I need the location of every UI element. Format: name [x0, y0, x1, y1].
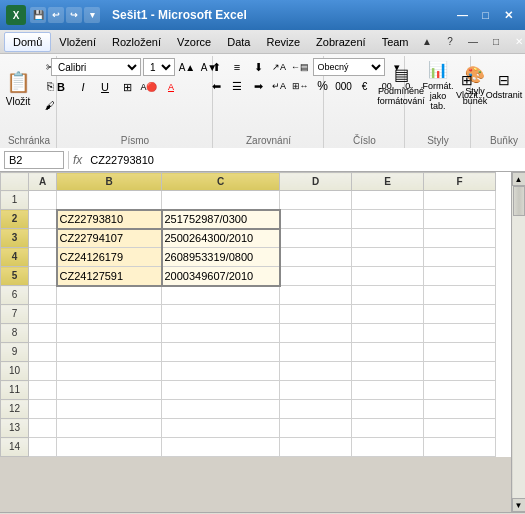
- cell-e5[interactable]: [352, 267, 424, 286]
- save-qa-button[interactable]: 💾: [30, 7, 46, 23]
- font-color-button[interactable]: A: [161, 78, 181, 96]
- merge-button[interactable]: ⊞↔: [290, 77, 310, 95]
- col-header-f[interactable]: F: [424, 173, 496, 191]
- cell-d6[interactable]: [280, 286, 352, 305]
- cell-e11[interactable]: [352, 381, 424, 400]
- cell-b12[interactable]: [57, 400, 162, 419]
- menu-layout[interactable]: Rozložení: [104, 32, 169, 52]
- cell-f14[interactable]: [424, 438, 496, 457]
- cell-c6[interactable]: [162, 286, 280, 305]
- cell-d12[interactable]: [280, 400, 352, 419]
- cell-c13[interactable]: [162, 419, 280, 438]
- cell-c14[interactable]: [162, 438, 280, 457]
- redo-qa-button[interactable]: ↪: [66, 7, 82, 23]
- cell-d1[interactable]: [280, 191, 352, 210]
- cell-a1[interactable]: [29, 191, 57, 210]
- col-header-e[interactable]: E: [352, 173, 424, 191]
- indent-dec-button[interactable]: ←▤: [290, 58, 310, 76]
- formula-input[interactable]: [86, 151, 521, 169]
- align-middle-button[interactable]: ≡: [227, 58, 247, 76]
- cell-d2[interactable]: [280, 210, 352, 229]
- cell-e8[interactable]: [352, 324, 424, 343]
- cell-b1[interactable]: [57, 191, 162, 210]
- thousands-button[interactable]: 000: [334, 77, 354, 95]
- cell-e3[interactable]: [352, 229, 424, 248]
- cell-f10[interactable]: [424, 362, 496, 381]
- cell-a9[interactable]: [29, 343, 57, 362]
- cell-d7[interactable]: [280, 305, 352, 324]
- align-right-button[interactable]: ➡: [248, 77, 268, 95]
- menu-insert[interactable]: Vložení: [51, 32, 104, 52]
- fill-color-button[interactable]: A🔴: [139, 78, 159, 96]
- percent-button[interactable]: %: [313, 77, 333, 95]
- cell-f1[interactable]: [424, 191, 496, 210]
- cell-d13[interactable]: [280, 419, 352, 438]
- font-selector[interactable]: Calibri: [51, 58, 141, 76]
- cell-f13[interactable]: [424, 419, 496, 438]
- align-left-button[interactable]: ⬅: [206, 77, 226, 95]
- currency-button[interactable]: €: [355, 77, 375, 95]
- menu-formulas[interactable]: Vzorce: [169, 32, 219, 52]
- cell-c11[interactable]: [162, 381, 280, 400]
- cell-c12[interactable]: [162, 400, 280, 419]
- scroll-track[interactable]: [513, 186, 525, 498]
- number-format-selector[interactable]: Obecný: [313, 58, 385, 76]
- cell-b6[interactable]: [57, 286, 162, 305]
- increase-font-button[interactable]: A▲: [177, 58, 197, 76]
- cell-a8[interactable]: [29, 324, 57, 343]
- cell-f9[interactable]: [424, 343, 496, 362]
- cell-b11[interactable]: [57, 381, 162, 400]
- minimize-button[interactable]: —: [452, 5, 473, 25]
- cell-a5[interactable]: [29, 267, 57, 286]
- insert-button[interactable]: ⊞ Vložit: [450, 58, 485, 113]
- cell-b3[interactable]: CZ22794107: [57, 229, 162, 248]
- cell-d11[interactable]: [280, 381, 352, 400]
- menu-view[interactable]: Zobrazení: [308, 32, 374, 52]
- scroll-thumb[interactable]: [513, 186, 525, 216]
- border-button[interactable]: ⊞: [117, 78, 137, 96]
- close-button[interactable]: ✕: [498, 5, 519, 25]
- cell-c5[interactable]: 2000349607/2010: [162, 267, 280, 286]
- doc-close[interactable]: ✕: [509, 32, 525, 52]
- cell-e13[interactable]: [352, 419, 424, 438]
- col-header-c[interactable]: C: [162, 173, 280, 191]
- cell-c9[interactable]: [162, 343, 280, 362]
- cell-b10[interactable]: [57, 362, 162, 381]
- scroll-up-button[interactable]: ▲: [512, 172, 526, 186]
- font-size-selector[interactable]: 11: [143, 58, 175, 76]
- cell-c1[interactable]: [162, 191, 280, 210]
- cell-b14[interactable]: [57, 438, 162, 457]
- menu-data[interactable]: Data: [219, 32, 258, 52]
- align-top-button[interactable]: ⬆: [206, 58, 226, 76]
- cell-f12[interactable]: [424, 400, 496, 419]
- cell-f2[interactable]: [424, 210, 496, 229]
- cell-d8[interactable]: [280, 324, 352, 343]
- italic-button[interactable]: I: [73, 78, 93, 96]
- cell-b2[interactable]: CZ22793810: [57, 210, 162, 229]
- cell-a12[interactable]: [29, 400, 57, 419]
- cell-b7[interactable]: [57, 305, 162, 324]
- cell-d5[interactable]: [280, 267, 352, 286]
- cell-d10[interactable]: [280, 362, 352, 381]
- cell-e1[interactable]: [352, 191, 424, 210]
- name-box[interactable]: [4, 151, 64, 169]
- help-button[interactable]: ?: [440, 32, 461, 52]
- cell-f11[interactable]: [424, 381, 496, 400]
- maximize-button[interactable]: □: [475, 5, 496, 25]
- wrap-text-button[interactable]: ↵A: [269, 77, 289, 95]
- scroll-down-button[interactable]: ▼: [512, 498, 526, 512]
- cell-f7[interactable]: [424, 305, 496, 324]
- col-header-b[interactable]: B: [57, 173, 162, 191]
- cell-f5[interactable]: [424, 267, 496, 286]
- qa-menu-button[interactable]: ▾: [84, 7, 100, 23]
- cell-e7[interactable]: [352, 305, 424, 324]
- cell-a10[interactable]: [29, 362, 57, 381]
- cell-e10[interactable]: [352, 362, 424, 381]
- cell-e4[interactable]: [352, 248, 424, 267]
- doc-maximize[interactable]: □: [486, 32, 507, 52]
- text-orient-button[interactable]: ↗A: [269, 58, 289, 76]
- cell-d14[interactable]: [280, 438, 352, 457]
- undo-qa-button[interactable]: ↩: [48, 7, 64, 23]
- conditional-format-button[interactable]: ▤ Podmíněnéformátování: [384, 58, 419, 113]
- cell-f4[interactable]: [424, 248, 496, 267]
